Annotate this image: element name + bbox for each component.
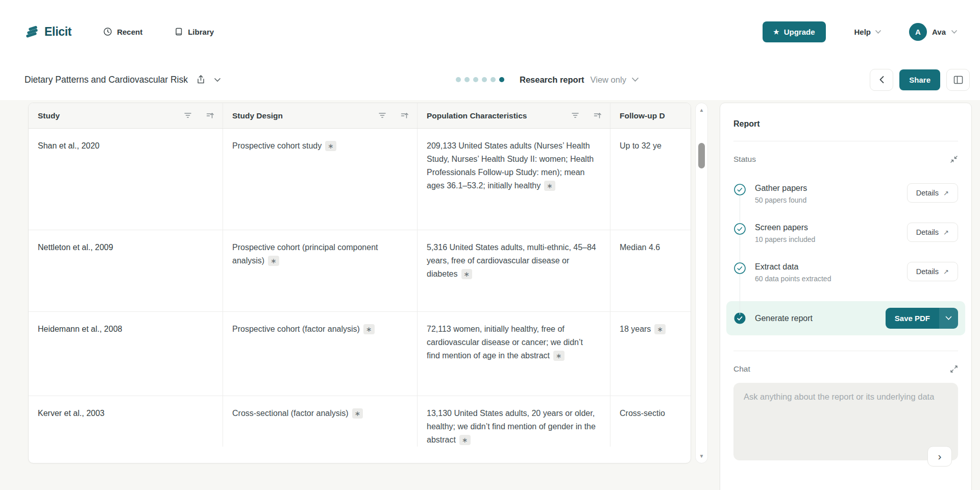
column-header-label: Study Design (232, 111, 283, 120)
book-icon (174, 27, 183, 36)
results-table: Study Study Design (28, 103, 691, 463)
column-header-label: Follow-up D (620, 111, 665, 120)
asterisk-badge[interactable]: ∗ (544, 181, 555, 191)
chat-section-label: Chat (733, 364, 750, 374)
design-cell[interactable]: Prospective cohort study∗ (223, 129, 418, 230)
status-step-extract-data: Extract data 60 data points extracted De… (733, 262, 958, 283)
asterisk-badge[interactable]: ∗ (654, 324, 666, 334)
column-header-label: Study (38, 111, 60, 120)
report-panel: Report Status Gather papers (720, 103, 972, 490)
divider (733, 351, 958, 351)
side-panel-toggle-button[interactable] (946, 69, 970, 91)
population-cell[interactable]: 72,113 women, initially healthy, free of… (418, 312, 610, 396)
nav-item-label: Library (188, 28, 214, 36)
external-link-icon: ↗ (943, 268, 949, 276)
filter-icon[interactable] (378, 112, 386, 119)
elicit-logo[interactable]: Elicit (24, 24, 71, 39)
nav-item-library[interactable]: Library (174, 27, 214, 36)
column-header-population[interactable]: Population Characteristics (418, 103, 610, 128)
save-pdf-button[interactable]: Save PDF (886, 308, 939, 329)
chat-input[interactable] (744, 391, 948, 442)
share-button[interactable]: Share (899, 69, 940, 90)
design-cell[interactable]: Prospective cohort (factor analysis)∗ (223, 312, 418, 396)
details-button[interactable]: Details ↗ (907, 223, 958, 242)
progress-dot (464, 77, 470, 82)
study-cell[interactable]: Nettleton et al., 2009 (29, 230, 223, 311)
design-cell[interactable]: Cross-sectional (factor analysis)∗ (223, 396, 418, 447)
check-circle-icon (733, 262, 746, 275)
column-header-study[interactable]: Study (29, 103, 223, 128)
status-section-label: Status (733, 155, 756, 164)
population-cell[interactable]: 5,316 United States adults, multi-ethnic… (418, 230, 610, 311)
table-row: Shan et al., 2020 Prospective cohort stu… (29, 129, 691, 230)
population-cell[interactable]: 13,130 United States adults, 20 years or… (418, 396, 610, 447)
chevron-down-icon (875, 30, 881, 34)
status-step-generate-report: Generate report Save PDF (726, 301, 965, 335)
user-menu[interactable]: A Ava (909, 23, 958, 41)
user-name: Ava (932, 28, 946, 36)
asterisk-badge[interactable]: ∗ (268, 256, 279, 266)
help-menu[interactable]: Help (854, 28, 882, 36)
nav-item-label: Recent (117, 28, 142, 36)
external-link-icon: ↗ (943, 229, 949, 236)
population-cell[interactable]: 209,133 United States adults (Nurses’ He… (418, 129, 610, 230)
logo-text: Elicit (44, 25, 71, 39)
asterisk-badge[interactable]: ∗ (553, 351, 565, 361)
chevron-down-icon (951, 30, 958, 34)
filter-icon[interactable] (571, 112, 579, 119)
followup-cell[interactable]: Cross-sectio (610, 396, 691, 447)
external-link-icon: ↗ (943, 189, 949, 197)
filter-icon[interactable] (184, 112, 192, 119)
followup-cell[interactable]: Up to 32 ye (610, 129, 691, 230)
asterisk-badge[interactable]: ∗ (461, 269, 473, 279)
upgrade-label: Upgrade (784, 28, 815, 36)
document-title: Dietary Patterns and Cardiovascular Risk (24, 75, 188, 85)
asterisk-badge[interactable]: ∗ (459, 435, 471, 445)
study-cell[interactable]: Heidemann et al., 2008 (29, 312, 223, 396)
status-step-screen-papers: Screen papers 10 papers included Details… (733, 223, 958, 243)
asterisk-badge[interactable]: ∗ (352, 408, 363, 419)
step-detail: 60 data points extracted (755, 275, 831, 283)
asterisk-badge[interactable]: ∗ (363, 324, 375, 334)
save-pdf-menu-chevron[interactable] (939, 308, 958, 329)
asterisk-badge[interactable]: ∗ (325, 141, 336, 151)
design-cell[interactable]: Prospective cohort (principal component … (223, 230, 418, 311)
nav-item-recent[interactable]: Recent (103, 27, 142, 36)
progress-dots[interactable] (456, 77, 504, 82)
scroll-up-icon[interactable]: ▲ (696, 107, 707, 113)
study-cell[interactable]: Kerver et al., 2003 (29, 396, 223, 447)
expand-icon[interactable] (950, 365, 958, 373)
title-menu-chevron-icon[interactable] (214, 78, 221, 82)
scroll-down-icon[interactable]: ▼ (696, 453, 707, 459)
step-label: Gather papers (755, 184, 807, 193)
check-circle-filled-icon (733, 312, 746, 325)
column-header-label: Population Characteristics (427, 111, 527, 120)
column-header-study-design[interactable]: Study Design (223, 103, 418, 128)
details-button[interactable]: Details ↗ (907, 183, 958, 203)
view-only-label: View only (591, 75, 626, 85)
back-button[interactable] (870, 69, 893, 91)
column-header-followup[interactable]: Follow-up D (610, 103, 691, 128)
scrollbar-thumb[interactable] (698, 143, 705, 168)
table-scrollbar[interactable]: ▲ ▼ (695, 103, 708, 463)
followup-cell[interactable]: Median 4.6 (610, 230, 691, 311)
chat-send-button[interactable]: › (927, 446, 952, 467)
star-icon: ★ (773, 28, 779, 36)
save-pdf-split-button: Save PDF (886, 308, 958, 329)
document-toolbar: Dietary Patterns and Cardiovascular Risk… (0, 65, 980, 94)
study-cell[interactable]: Shan et al., 2020 (29, 129, 223, 230)
export-icon[interactable] (196, 75, 206, 85)
content-area: Study Study Design (0, 100, 980, 490)
step-detail: 10 papers included (755, 235, 815, 243)
table-row: Nettleton et al., 2009 Prospective cohor… (29, 230, 691, 312)
sort-icon[interactable] (401, 112, 409, 119)
details-button[interactable]: Details ↗ (907, 262, 958, 281)
mode-label: Research report (520, 75, 584, 85)
upgrade-button[interactable]: ★ Upgrade (763, 21, 826, 42)
followup-cell[interactable]: 18 years∗ (610, 312, 691, 396)
sort-icon[interactable] (594, 112, 602, 119)
view-menu-chevron-icon[interactable] (631, 77, 639, 82)
step-label: Screen papers (755, 223, 815, 232)
collapse-icon[interactable] (950, 155, 958, 163)
sort-icon[interactable] (206, 112, 214, 119)
